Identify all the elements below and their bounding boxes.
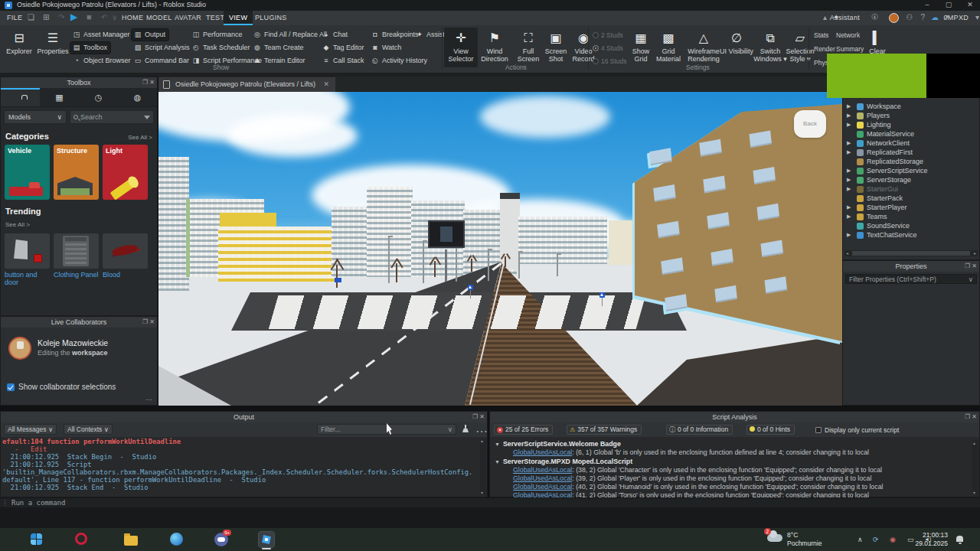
- panel-more-icon[interactable]: ⋯: [145, 396, 152, 403]
- tray-status-icon[interactable]: ◉: [890, 536, 896, 543]
- close-panel-icon[interactable]: ✕: [149, 79, 155, 86]
- tree-item-lighting[interactable]: ▶Lighting: [843, 120, 979, 129]
- roblox-studio-taskbar-icon[interactable]: [259, 532, 274, 547]
- category-card-structure[interactable]: Structure: [54, 145, 99, 200]
- windows-start-icon[interactable]: [31, 533, 42, 545]
- watch-button[interactable]: ◙Watch: [369, 42, 404, 54]
- network-toggle[interactable]: Network: [836, 31, 860, 39]
- script-analysis-button[interactable]: ▧Script Analysis: [132, 42, 193, 54]
- user-menu-chevron-icon[interactable]: ▾: [975, 13, 979, 21]
- analysis-warning-row[interactable]: GlobalUsedAsLocal: (40, 2) Global 'Human…: [513, 483, 884, 491]
- properties-ribbon-button[interactable]: ☰ Properties: [36, 28, 70, 67]
- help-icon[interactable]: ?: [920, 13, 925, 21]
- category-card-light[interactable]: Light: [103, 145, 148, 200]
- studs-4-radio[interactable]: 4 Studs: [593, 44, 623, 53]
- explorer-horizontal-scrollbar[interactable]: [844, 250, 978, 256]
- file-explorer-icon[interactable]: [124, 536, 138, 546]
- category-card-vehicle[interactable]: Vehicle: [5, 145, 50, 200]
- summary-toggle[interactable]: Summary: [836, 45, 864, 53]
- filter-funnel-icon[interactable]: [144, 116, 150, 119]
- call-stack-button[interactable]: ≡Call Stack: [320, 55, 368, 67]
- close-panel-icon[interactable]: ✕: [972, 413, 977, 420]
- category-dropdown[interactable]: Models∨: [4, 110, 67, 124]
- warning-rule-link[interactable]: GlobalUsedAsLocal: [513, 466, 572, 474]
- contexts-filter-dropdown[interactable]: All Contexts ∨: [64, 424, 113, 435]
- tree-item-teams[interactable]: ▶Teams: [843, 212, 979, 221]
- float-panel-icon[interactable]: ❐: [142, 318, 148, 325]
- opera-browser-icon[interactable]: [75, 533, 87, 545]
- tab-view[interactable]: VIEW: [224, 11, 253, 25]
- output-more-icon[interactable]: ⋯: [475, 424, 488, 439]
- team-create-button[interactable]: ◍Team Create: [251, 42, 307, 54]
- explorer-ribbon-button[interactable]: ⊟ Explorer: [2, 28, 36, 67]
- script-analysis-scrollbar[interactable]: [972, 440, 978, 495]
- only-current-script-checkbox[interactable]: Display only current script: [815, 426, 899, 434]
- app-icon-blue[interactable]: [170, 533, 183, 546]
- discord-icon[interactable]: 9+: [214, 533, 228, 546]
- assistant-button[interactable]: Assistant: [825, 11, 865, 25]
- output-scrollbar[interactable]: [480, 438, 486, 495]
- find-all-button[interactable]: ◎Find All / Replace All: [251, 29, 330, 41]
- tree-item-replicatedstorage[interactable]: ReplicatedStorage: [843, 157, 979, 166]
- close-button[interactable]: ✕: [960, 0, 980, 10]
- render-toggle[interactable]: Render: [814, 45, 835, 53]
- show-selections-checkbox[interactable]: Show collaborator selections: [7, 383, 116, 391]
- tree-item-textchatservice[interactable]: ▶TextChatService: [843, 230, 979, 240]
- float-panel-icon[interactable]: ❐: [472, 413, 478, 420]
- information-badge[interactable]: ⓘ0 of 0 Information: [666, 425, 733, 435]
- trending-item-blood[interactable]: Blood: [103, 233, 148, 286]
- trending-item-clothing-panel[interactable]: Clothing Panel: [54, 233, 99, 286]
- properties-filter-input[interactable]: Filter Properties (Ctrl+Shift+P)∨: [845, 274, 977, 284]
- import-icon[interactable]: ⊞: [43, 13, 49, 21]
- float-panel-icon[interactable]: ❐: [965, 413, 970, 420]
- analysis-group-row[interactable]: ▼ServerScriptService.Welcome Badge: [495, 440, 621, 448]
- analysis-group-row[interactable]: ▼ServerStorage.MPXD Moped.LocalScript: [495, 458, 632, 466]
- place-tab[interactable]: Osiedle Pokojowego Patrolu (Elevators / …: [158, 77, 335, 92]
- search-input[interactable]: [80, 113, 128, 121]
- studs-16-radio[interactable]: 16 Studs: [593, 57, 627, 66]
- undo-icon[interactable]: ↶: [101, 13, 107, 21]
- show-grid-button[interactable]: ▦Show Grid: [626, 28, 655, 67]
- output-log[interactable]: efault:104 function performWorkUntilDead…: [2, 438, 480, 497]
- username-label[interactable]: 0MPXD: [938, 11, 974, 25]
- float-panel-icon[interactable]: ❐: [142, 79, 148, 86]
- weather-widget[interactable]: 8°C Pochmurnie: [787, 531, 822, 548]
- messages-filter-dropdown[interactable]: All Messages ∨: [4, 424, 57, 435]
- tab-marketplace[interactable]: [1, 88, 40, 106]
- trending-see-all-link[interactable]: See All >: [5, 221, 30, 228]
- selection-style-button[interactable]: ▱Selection Style ▾: [782, 28, 818, 67]
- notifications-bell-icon[interactable]: 🛈: [871, 13, 878, 21]
- chat-button[interactable]: ◒Chat: [320, 29, 351, 41]
- user-avatar[interactable]: [889, 13, 899, 23]
- tree-item-serverstorage[interactable]: ▶ServerStorage: [843, 175, 979, 184]
- toolbox-search[interactable]: [70, 110, 154, 124]
- clear-output-icon[interactable]: [462, 425, 469, 433]
- tree-item-networkclient[interactable]: ▶NetworkClient: [843, 139, 979, 148]
- stats-toggle[interactable]: Stats: [814, 31, 828, 39]
- new-file-icon[interactable]: ❏: [28, 13, 34, 21]
- close-panel-icon[interactable]: ✕: [972, 262, 977, 269]
- warning-rule-link[interactable]: GlobalUsedAsLocal: [513, 483, 572, 491]
- command-bar[interactable]: ⋮Run a command: [0, 497, 980, 507]
- clock-widget[interactable]: 21:00:13 29.01.2025: [915, 531, 948, 548]
- activity-history-button[interactable]: ◵Activity History: [369, 55, 430, 67]
- tab-creations[interactable]: ◍: [118, 88, 157, 106]
- tab-inventory[interactable]: ▦: [40, 88, 79, 106]
- toolbox-button[interactable]: ▤Toolbox: [70, 42, 110, 54]
- weather-cloud-icon[interactable]: 2: [767, 534, 782, 542]
- tab-recent[interactable]: ◷: [79, 88, 118, 106]
- maximize-button[interactable]: ▢: [939, 0, 959, 10]
- redo-icon[interactable]: ↷: [58, 13, 64, 21]
- tree-item-starterplayer[interactable]: ▶StarterPlayer: [843, 203, 979, 212]
- notification-bell-icon[interactable]: [956, 536, 963, 542]
- studs-2-radio[interactable]: 2 Studs: [593, 31, 623, 40]
- view-selector-button[interactable]: ✛View Selector: [444, 28, 478, 67]
- tree-item-soundservice[interactable]: SoundService: [843, 221, 979, 230]
- ui-visibility-button[interactable]: ∅UI Visibility: [717, 28, 756, 67]
- tree-item-materialservice[interactable]: MaterialService: [843, 129, 979, 139]
- display-tray-icon[interactable]: ▭: [907, 536, 914, 543]
- tag-editor-button[interactable]: ◆Tag Editor: [320, 42, 368, 54]
- tree-item-startergui[interactable]: ▶StarterGui: [843, 184, 979, 194]
- sync-icon[interactable]: ⟳: [873, 536, 879, 543]
- tree-item-starterpack[interactable]: StarterPack: [843, 194, 979, 203]
